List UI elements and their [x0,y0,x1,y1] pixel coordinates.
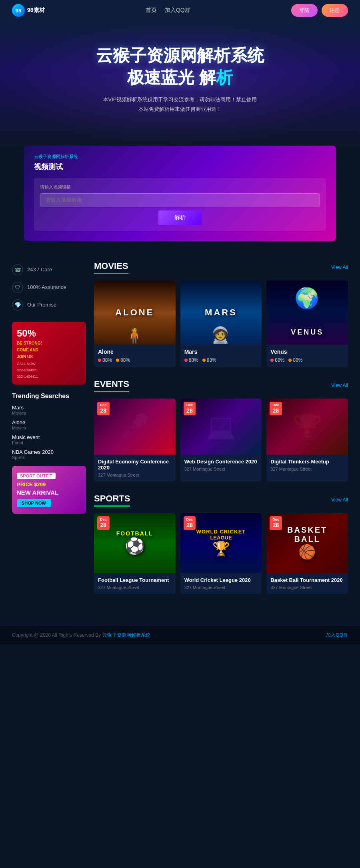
sport-label-football: FOOTBALL ⚽ [116,530,153,555]
sport-title-basketball: Basket Ball Tournament 2020 [270,577,344,583]
dot-red3-icon [270,359,274,362]
event-poster-3: Dec 28 🏆 [266,399,348,455]
movie-info-venus: Venus 88% 88% [266,345,348,367]
sidebar-ad-gym[interactable]: 50% BE STRONG! COME AND JOIN US CALL NOW… [12,322,86,385]
login-button[interactable]: 登陆 [291,4,318,17]
sport-card-football[interactable]: Dec 28 FOOTBALL ⚽ Football League Tourna… [94,513,176,594]
event-poster-2: Dec 28 💻 [180,399,262,455]
dot-orange3-icon [288,359,292,362]
hero-subtitle: 本VIP视频解析系统仅用于学习交流参考，请勿非法商用！禁止使用 本站免费解析用来… [12,95,348,114]
sport-addr-cricket: 327 Montague Street [184,585,258,590]
event-addr-3: 327 Montague Street [270,467,344,471]
movie-card-alone[interactable]: ALONE 🧍 Alone 88% 88% [94,281,176,367]
movie-ratings-mars: 88% 88% [184,357,258,363]
movie-title-alone: Alone [98,349,172,355]
trending-item-music[interactable]: Music event Event [12,434,86,445]
dot-red2-icon [184,359,188,362]
event-title-3: Digital Thinkers Meetup [270,459,344,465]
event-addr-2: 327 Montague Street [184,467,258,471]
sport-ad-new: NEW ARRIVAL [17,489,81,496]
sport-addr-football: 327 Montague Street [98,585,172,590]
trending-title: Trending Searches [12,393,86,400]
sport-addr-basketball: 327 Montague Street [270,585,344,590]
parse-button[interactable]: 解析 [158,210,202,225]
main-content: ☎ 24X7 Care 🛡 100% Assurance 💎 Our Promi… [0,253,360,614]
sport-date-badge-1: Dec 28 [97,516,110,530]
sports-view-all[interactable]: View All [331,497,348,503]
register-button[interactable]: 注册 [322,4,348,17]
movies-cards: ALONE 🧍 Alone 88% 88% [94,281,348,367]
footer-brand-link[interactable]: 云猴子资源网解析系统 [102,632,150,638]
trending-item-nba[interactable]: NBA Games 2020 Sports [12,449,86,460]
sport-poster-basketball: Dec 28 BASKET BALL 🏀 [266,513,348,573]
dot-orange-icon [116,359,119,362]
events-header: EVENTS View All [94,379,348,392]
feature-247-icon: ☎ [12,264,23,275]
nav-home[interactable]: 首页 [146,7,157,14]
video-input-label: 请输入视频链接 [40,184,320,190]
ad-phone2: 022-1404411 [17,375,81,379]
ad-percent: 50% [17,328,81,339]
dot-orange2-icon [202,359,206,362]
movie-info-mars: Mars 88% 88% [180,345,262,367]
event-card-web-design[interactable]: Dec 28 💻 Web Design Conference 2020 327 … [180,399,262,481]
sports-cards: Dec 28 FOOTBALL ⚽ Football League Tourna… [94,513,348,594]
sport-info-basketball: Basket Ball Tournament 2020 327 Montague… [266,573,348,594]
movie-poster-venus: VENUS 🌍 [266,281,348,345]
trending-item-alone[interactable]: Alone Movies [12,419,86,430]
video-url-input[interactable] [40,193,320,206]
rating-audience-alone: 88% [116,357,130,363]
sport-poster-cricket: Dec 28 WORLD CRICKET LEAGUE 🏆 [180,513,262,573]
dot-red-icon [98,359,101,362]
footer-qq-link[interactable]: 加入QQ群 [326,632,348,639]
movie-card-venus[interactable]: VENUS 🌍 Venus 88% 88% [266,281,348,367]
event-info-1: Digital Economy Conference 2020 327 Mont… [94,455,176,481]
event-date-badge-3: Dec 28 [270,402,282,415]
logo-text: 98素材 [27,7,45,14]
footer: Copyright @ 2020 All Rights Reserved By … [0,626,360,645]
sport-ad-price: PRICE $299 [17,481,81,487]
sport-ad-shop[interactable]: SHOP NOW [17,499,51,507]
movies-view-all[interactable]: View All [331,265,348,270]
event-card-digital-economy[interactable]: Dec 28 🎤 Digital Economy Conference 2020… [94,399,176,481]
nav: 首页 加入QQ群 [146,7,190,14]
movies-section: MOVIES View All ALONE 🧍 Alone 88% [94,261,348,367]
nav-qq[interactable]: 加入QQ群 [165,7,190,14]
rating-audience-venus: 88% [288,357,302,363]
movie-poster-alone: ALONE 🧍 [94,281,176,345]
ad-text3: JOIN US [17,354,81,359]
events-view-all[interactable]: View All [331,383,348,388]
sport-date-badge-3: Dec 28 [270,516,282,530]
event-info-2: Web Design Conference 2020 327 Montague … [180,455,262,475]
logo-icon: 98 [12,4,25,17]
rating-tomato-mars: 88% [184,357,198,363]
rating-tomato-alone: 88% [98,357,112,363]
event-title-1: Digital Economy Conference 2020 [98,459,172,471]
sport-card-cricket[interactable]: Dec 28 WORLD CRICKET LEAGUE 🏆 World Cric… [180,513,262,594]
movie-card-mars[interactable]: MARS 🧑‍🚀 Mars 88% 88% [180,281,262,367]
movies-header: MOVIES View All [94,261,348,274]
trending-item-mars[interactable]: Mars Movies [12,405,86,415]
event-date-badge-1: Dec 28 [97,402,110,415]
video-input-area: 请输入视频链接 解析 [34,178,326,231]
footer-copyright: Copyright @ 2020 All Rights Reserved By … [12,632,150,639]
feature-assurance-icon: 🛡 [12,282,23,293]
movies-title: MOVIES [94,261,128,274]
movie-poster-mars: MARS 🧑‍🚀 [180,281,262,345]
movie-title-mars: Mars [184,349,258,355]
movie-ratings-venus: 88% 88% [270,357,344,363]
sport-date-badge-2: Dec 28 [184,516,196,530]
events-section: EVENTS View All Dec 28 🎤 Digital Economy… [94,379,348,481]
sport-info-cricket: World Cricket League 2020 327 Montague S… [180,573,262,594]
sports-header: SPORTS View All [94,493,348,507]
movie-info-alone: Alone 88% 88% [94,345,176,367]
sport-info-football: Football League Tournament 327 Montague … [94,573,176,594]
sidebar-features: ☎ 24X7 Care 🛡 100% Assurance 💎 Our Promi… [12,261,86,314]
feature-247: ☎ 24X7 Care [12,261,86,279]
event-date-badge-2: Dec 28 [184,402,196,415]
event-card-digital-thinkers[interactable]: Dec 28 🏆 Digital Thinkers Meetup 327 Mon… [266,399,348,481]
event-title-2: Web Design Conference 2020 [184,459,258,465]
sport-poster-football: Dec 28 FOOTBALL ⚽ [94,513,176,573]
movie-title-venus: Venus [270,349,344,355]
sport-card-basketball[interactable]: Dec 28 BASKET BALL 🏀 Basket Ball Tournam… [266,513,348,594]
